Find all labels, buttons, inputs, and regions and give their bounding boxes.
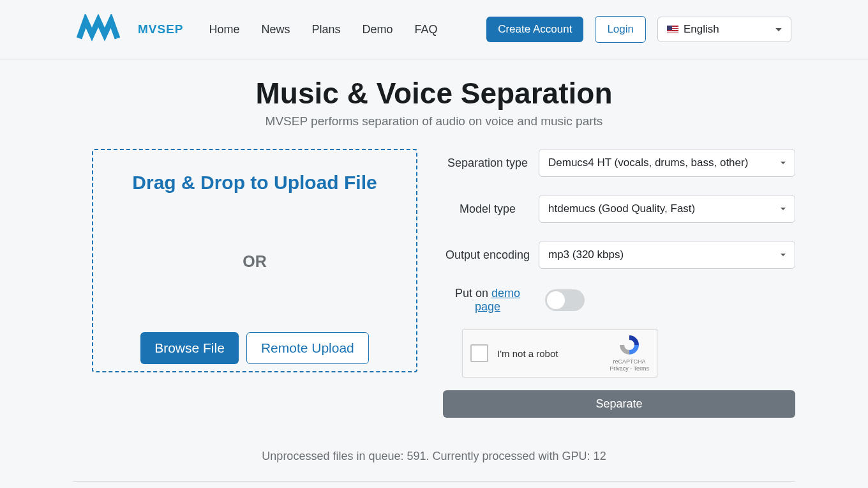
site-logo[interactable]: MVSEP xyxy=(77,14,184,45)
demo-page-label-pre: Put on xyxy=(455,287,491,300)
nav-links: Home News Plans Demo FAQ xyxy=(209,23,438,36)
separation-type-row: Separation type Demucs4 HT (vocals, drum… xyxy=(443,149,795,177)
nav-demo[interactable]: Demo xyxy=(363,23,393,36)
nav-home[interactable]: Home xyxy=(209,23,240,36)
dropzone-title: Drag & Drop to Upload File xyxy=(132,172,377,194)
model-type-label: Model type xyxy=(443,202,539,216)
model-type-row: Model type htdemucs (Good Quality, Fast) xyxy=(443,195,795,223)
queue-status: Unprocessed files in queue: 591. Current… xyxy=(73,450,795,482)
separation-type-label: Separation type xyxy=(443,156,539,170)
output-encoding-select[interactable]: mp3 (320 kbps) xyxy=(539,241,795,269)
nav-faq[interactable]: FAQ xyxy=(415,23,438,36)
logo-text: MVSEP xyxy=(138,22,184,36)
separate-button[interactable]: Separate xyxy=(443,390,795,418)
dropzone-or-label: OR xyxy=(243,252,267,271)
demo-page-row: Put on demo page xyxy=(443,287,795,314)
upload-column: Drag & Drop to Upload File OR Browse Fil… xyxy=(73,149,417,418)
demo-page-label: Put on demo page xyxy=(443,287,539,314)
separation-type-value: Demucs4 HT (vocals, drums, bass, other) xyxy=(548,156,748,169)
recaptcha-widget: I'm not a robot reCAPTCHA Privacy - Term… xyxy=(462,329,657,377)
toggle-knob xyxy=(547,291,565,309)
main-container: Music & Voice Separation MVSEP performs … xyxy=(73,59,795,488)
recaptcha-label: I'm not a robot xyxy=(497,348,558,359)
model-type-select[interactable]: htdemucs (Good Quality, Fast) xyxy=(539,195,795,223)
remote-upload-button[interactable]: Remote Upload xyxy=(246,332,369,364)
language-label: English xyxy=(684,23,719,36)
navbar: MVSEP Home News Plans Demo FAQ Create Ac… xyxy=(0,0,868,59)
logo-mark-icon xyxy=(77,14,134,45)
chevron-down-icon xyxy=(781,208,786,210)
demo-page-toggle[interactable] xyxy=(545,289,585,311)
nav-right: Create Account Login English xyxy=(486,16,791,43)
recaptcha-terms[interactable]: Privacy - Terms xyxy=(610,365,649,372)
options-column: Separation type Demucs4 HT (vocals, drum… xyxy=(443,149,795,418)
separation-type-select[interactable]: Demucs4 HT (vocals, drums, bass, other) xyxy=(539,149,795,177)
nav-plans[interactable]: Plans xyxy=(312,23,341,36)
recaptcha-branding: reCAPTCHA Privacy - Terms xyxy=(610,334,649,372)
chevron-down-icon xyxy=(781,162,786,164)
output-encoding-row: Output encoding mp3 (320 kbps) xyxy=(443,241,795,269)
dropzone-buttons: Browse File Remote Upload xyxy=(140,332,369,364)
chevron-down-icon xyxy=(781,254,786,256)
page-title: Music & Voice Separation xyxy=(73,76,795,111)
two-column-layout: Drag & Drop to Upload File OR Browse Fil… xyxy=(73,149,795,418)
create-account-button[interactable]: Create Account xyxy=(486,17,583,42)
nav-news[interactable]: News xyxy=(262,23,290,36)
page-subtitle: MVSEP performs separation of audio on vo… xyxy=(73,114,795,128)
recaptcha-brand-text: reCAPTCHA xyxy=(610,358,649,365)
output-encoding-value: mp3 (320 kbps) xyxy=(548,248,624,261)
chevron-down-icon xyxy=(775,28,782,31)
browse-file-button[interactable]: Browse File xyxy=(140,332,239,364)
recaptcha-checkbox[interactable] xyxy=(470,344,488,362)
output-encoding-label: Output encoding xyxy=(443,248,539,262)
file-dropzone[interactable]: Drag & Drop to Upload File OR Browse Fil… xyxy=(92,149,417,372)
flag-us-icon xyxy=(667,26,678,33)
login-button[interactable]: Login xyxy=(595,16,646,43)
language-select[interactable]: English xyxy=(657,17,791,42)
recaptcha-icon xyxy=(617,334,642,356)
model-type-value: htdemucs (Good Quality, Fast) xyxy=(548,202,695,215)
